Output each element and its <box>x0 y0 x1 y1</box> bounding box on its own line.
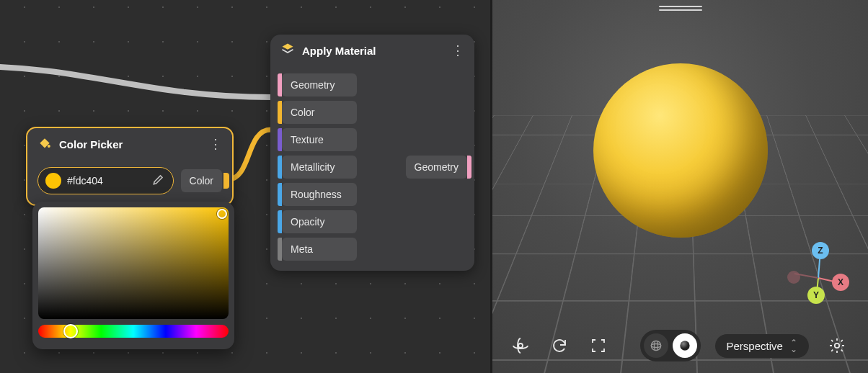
material-input-label: Meta <box>291 243 313 255</box>
pencil-icon[interactable] <box>151 172 166 189</box>
svg-point-5 <box>518 343 523 348</box>
svg-point-8 <box>654 341 657 350</box>
viewport-3d[interactable]: Z X Y P <box>490 0 868 373</box>
axis-x-handle[interactable]: X <box>832 274 849 291</box>
apply-material-node[interactable]: Apply Material ⋮ GeometryColorTextureMet… <box>270 35 474 271</box>
axis-gizmo[interactable]: Z X Y <box>787 242 849 304</box>
material-input-row[interactable]: Opacity <box>278 210 467 233</box>
hue-slider[interactable] <box>38 325 229 338</box>
svg-point-7 <box>651 344 660 348</box>
preview-sphere[interactable] <box>593 63 768 238</box>
node-graph-canvas[interactable]: Color Picker ⋮ #fdc404 Color <box>0 0 490 373</box>
material-input-label: Geometry <box>291 79 335 91</box>
svg-point-10 <box>835 343 839 348</box>
material-output-geometry[interactable]: Geometry <box>406 156 467 179</box>
viewport-toolbar: Perspective ⌃⌄ <box>492 330 868 361</box>
solid-mode-button[interactable] <box>673 333 697 358</box>
svg-point-9 <box>680 341 689 350</box>
color-gradient-popup[interactable] <box>32 202 234 349</box>
material-input-label: Texture <box>291 134 324 145</box>
projection-label: Perspective <box>727 340 783 352</box>
color-picker-header[interactable]: Color Picker ⋮ <box>27 128 232 160</box>
apply-material-title: Apply Material <box>302 45 444 57</box>
hue-cursor-icon[interactable] <box>63 324 78 338</box>
material-input-roughness[interactable]: Roughness <box>282 183 357 206</box>
sv-cursor-icon[interactable] <box>217 209 227 219</box>
material-input-label: Metallicity <box>291 161 335 173</box>
panel-drag-handle-icon[interactable] <box>659 6 702 10</box>
frame-icon[interactable] <box>586 333 611 358</box>
material-input-label: Color <box>291 107 314 118</box>
orbit-icon[interactable] <box>508 333 533 358</box>
node-menu-button[interactable]: ⋮ <box>451 47 464 54</box>
material-input-row[interactable]: Geometry <box>278 73 467 96</box>
material-input-metallicity[interactable]: Metallicity <box>282 156 357 179</box>
material-input-row[interactable]: Meta <box>278 238 467 261</box>
viewport-settings-button[interactable] <box>823 332 851 359</box>
node-menu-button[interactable]: ⋮ <box>209 140 222 148</box>
material-input-color[interactable]: Color <box>282 101 357 124</box>
chevron-updown-icon: ⌃⌄ <box>790 340 797 352</box>
color-picker-node[interactable]: Color Picker ⋮ #fdc404 Color <box>26 127 234 206</box>
refresh-icon[interactable] <box>547 333 572 358</box>
material-input-label: Opacity <box>291 216 324 228</box>
bucket-icon <box>37 135 52 153</box>
layers-icon <box>280 42 295 59</box>
swatch-preview <box>45 173 61 189</box>
svg-point-0 <box>48 145 50 148</box>
yellow-port-icon <box>223 173 229 189</box>
material-input-label: Roughness <box>291 189 342 200</box>
wireframe-mode-button[interactable] <box>644 333 668 358</box>
axis-z-handle[interactable]: Z <box>812 242 829 259</box>
material-input-row[interactable]: Texture <box>278 128 467 151</box>
projection-selector[interactable]: Perspective ⌃⌄ <box>715 334 809 358</box>
material-input-geometry[interactable]: Geometry <box>282 73 357 96</box>
color-output-port[interactable]: Color <box>181 169 222 192</box>
material-output-label: Geometry <box>415 161 459 173</box>
material-input-opacity[interactable]: Opacity <box>282 210 357 233</box>
axis-x-label: X <box>838 277 843 287</box>
color-output-label: Color <box>190 175 213 186</box>
shading-mode-toggle[interactable] <box>640 330 701 361</box>
color-picker-title: Color Picker <box>59 138 202 150</box>
material-input-texture[interactable]: Texture <box>282 128 357 151</box>
hex-value: #fdc404 <box>67 175 146 186</box>
svg-point-6 <box>651 341 660 350</box>
output-port-icon[interactable] <box>467 156 471 179</box>
apply-material-header[interactable]: Apply Material ⋮ <box>270 35 474 66</box>
material-input-meta[interactable]: Meta <box>282 238 357 261</box>
axis-z-label: Z <box>818 246 823 256</box>
material-input-row[interactable]: Roughness <box>278 183 467 206</box>
saturation-value-box[interactable] <box>38 207 229 319</box>
axis-y-label: Y <box>813 290 819 300</box>
material-input-row[interactable]: Color <box>278 101 467 124</box>
hex-input-pill[interactable]: #fdc404 <box>37 167 174 194</box>
axis-y-handle[interactable]: Y <box>807 287 825 304</box>
axis-negative-handle[interactable] <box>787 271 800 284</box>
material-input-row[interactable]: MetallicityGeometry <box>278 156 467 179</box>
